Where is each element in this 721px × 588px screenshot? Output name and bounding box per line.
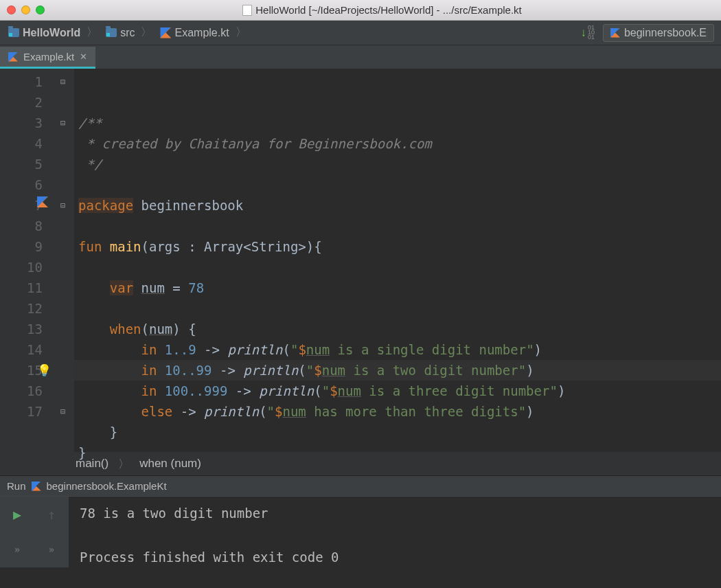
editor-tabs: Example.kt ✕ bbox=[0, 45, 721, 69]
run-console: ▶ ↑ » » 78 is a two digit number Process… bbox=[0, 496, 721, 567]
rerun-button[interactable]: ▶ bbox=[0, 497, 34, 532]
minimize-window-button[interactable] bbox=[21, 5, 30, 14]
expand-button[interactable]: » bbox=[0, 532, 34, 568]
chevron-right-icon: 〉 bbox=[84, 25, 100, 40]
up-stack-button[interactable]: ↑ bbox=[34, 497, 69, 532]
structure-breadcrumb: main() 〉 when (num) bbox=[0, 452, 721, 475]
output-line: Process finished with exit code 0 bbox=[80, 546, 339, 568]
code-comment: /** bbox=[78, 115, 102, 131]
run-target: beginnersbook.ExampleKt bbox=[47, 480, 167, 492]
console-output[interactable]: 78 is a two digit number Process finishe… bbox=[69, 497, 350, 567]
folder-icon bbox=[106, 28, 117, 37]
fold-gutter: ⊟ ⊟ ⊟ 💡 ⊟ bbox=[56, 69, 74, 452]
nav-bar: HelloWorld 〉 src 〉 Example.kt 〉 ↓011001 … bbox=[0, 21, 721, 45]
expand-button[interactable]: » bbox=[34, 532, 69, 568]
breadcrumb-src[interactable]: src 〉 bbox=[104, 24, 156, 41]
line-number-gutter: 1234567891011121314151617 bbox=[0, 69, 56, 452]
traffic-lights bbox=[7, 5, 45, 14]
code-comment: * created by Chaitanya for Beginnersbook… bbox=[78, 136, 432, 151]
kotlin-file-icon bbox=[8, 52, 18, 62]
kotlin-file-icon bbox=[160, 27, 171, 38]
tab-example-kt[interactable]: Example.kt ✕ bbox=[0, 47, 95, 69]
run-configuration-dropdown[interactable]: beginnersbook.E bbox=[603, 24, 714, 42]
window-titlebar: HelloWorld [~/IdeaProjects/HelloWorld] -… bbox=[0, 0, 721, 21]
structure-when[interactable]: when (num) bbox=[139, 457, 201, 471]
code-comment: */ bbox=[78, 157, 102, 172]
folder-icon bbox=[8, 28, 19, 37]
intention-bulb-icon[interactable]: 💡 bbox=[37, 360, 52, 381]
fold-toggle-icon[interactable]: ⊟ bbox=[60, 113, 65, 133]
breadcrumb-file[interactable]: Example.kt 〉 bbox=[159, 24, 250, 41]
chevron-right-icon: 〉 bbox=[114, 456, 134, 472]
file-icon bbox=[242, 5, 252, 16]
fold-toggle-icon[interactable]: ⊟ bbox=[60, 195, 65, 216]
chevron-right-icon: 〉 bbox=[138, 25, 154, 40]
window-title: HelloWorld [~/IdeaProjects/HelloWorld] -… bbox=[50, 4, 714, 16]
code-editor[interactable]: 1234567891011121314151617 ⊟ ⊟ ⊟ 💡 ⊟ /** … bbox=[0, 69, 721, 452]
code-area[interactable]: /** * created by Chaitanya for Beginners… bbox=[74, 69, 721, 452]
close-tab-icon[interactable]: ✕ bbox=[80, 52, 87, 62]
fold-toggle-icon[interactable]: ⊟ bbox=[60, 401, 65, 422]
close-window-button[interactable] bbox=[7, 5, 16, 14]
run-label: Run bbox=[7, 480, 26, 492]
download-updates-icon[interactable]: ↓011001 bbox=[580, 25, 595, 40]
kotlin-icon bbox=[610, 28, 620, 38]
chevron-right-icon: 〉 bbox=[233, 25, 249, 40]
breadcrumb-project[interactable]: HelloWorld 〉 bbox=[7, 24, 102, 41]
console-toolbar: ▶ ↑ » » bbox=[0, 497, 69, 567]
tab-label: Example.kt bbox=[23, 51, 74, 63]
fold-toggle-icon[interactable]: ⊟ bbox=[60, 71, 65, 92]
kotlin-icon bbox=[32, 482, 41, 491]
output-line: 78 is a two digit number bbox=[80, 502, 339, 524]
run-tool-header[interactable]: Run beginnersbook.ExampleKt bbox=[0, 475, 721, 496]
maximize-window-button[interactable] bbox=[36, 5, 45, 14]
